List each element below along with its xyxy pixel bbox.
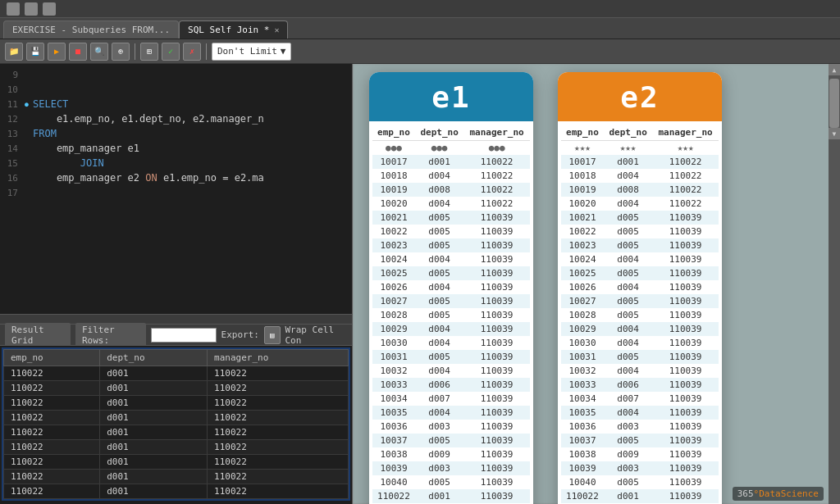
e1-body: emp_no dept_no manager_no ●●● ●●● ●●● 10… <box>369 121 533 504</box>
table-row: 10038d009110039 <box>372 447 530 461</box>
folder-btn[interactable]: 📁 <box>5 43 23 61</box>
table-row: 10022d005110039 <box>372 225 530 238</box>
table-row: 10018d004110022 <box>561 169 719 183</box>
dropdown-arrow-icon: ▼ <box>281 46 286 57</box>
e1-col-dept-no: dept_no <box>415 125 463 141</box>
scroll-up-icon[interactable]: ▲ <box>829 64 840 75</box>
table-row: 110022d001110022 <box>4 411 349 425</box>
filter-rows-tab[interactable]: Filter Rows: <box>75 323 146 347</box>
table-row: 110022d001110039 <box>561 489 719 503</box>
result-highlight-box: emp_no dept_no manager_no 110022d0011100… <box>2 347 350 501</box>
code-editor[interactable]: 9 10 11 ● SELECT 12 e1.emp_no, e1.dept_n… <box>0 64 352 314</box>
table-row: 110022d001110022 <box>4 484 349 499</box>
table-row: 10020d004110022 <box>561 197 719 211</box>
code-line-9: 9 <box>0 67 352 82</box>
table-row: 10027d005110039 <box>561 294 719 308</box>
left-panel: 9 10 11 ● SELECT 12 e1.emp_no, e1.dept_n… <box>0 64 353 504</box>
table-row: 10028d005110039 <box>561 308 719 322</box>
table-row: 10025d005110039 <box>561 266 719 280</box>
result-grid-tab[interactable]: Result Grid <box>5 323 71 347</box>
separator-1 <box>135 43 135 60</box>
e1-dots-row: ●●● ●●● ●●● <box>372 141 530 156</box>
table-row: 110022d001110022 <box>4 455 349 470</box>
table-row: 10030d004110039 <box>561 336 719 350</box>
e1-header: e1 <box>369 72 533 121</box>
table-row: 10033d006110039 <box>561 378 719 392</box>
tab-exercise-label: EXERCISE - Subqueries FROM... <box>12 25 170 35</box>
table-row: 10026d004110039 <box>372 280 530 294</box>
table-row: 10036d003110039 <box>561 420 719 434</box>
table-row: 10024d004110039 <box>561 252 719 266</box>
brand-number: 365 <box>737 488 754 499</box>
search-btn[interactable]: 🔍 <box>90 43 108 61</box>
table-row: 10040d005110039 <box>561 475 719 489</box>
x-btn[interactable]: ✗ <box>183 43 201 61</box>
app-icon-3 <box>43 2 56 16</box>
right-scrollbar[interactable]: ▲ ▼ <box>829 64 840 504</box>
table-row: 10039d003110039 <box>561 461 719 475</box>
table-row: 110022d001110022 <box>4 425 349 440</box>
table-row: 10031d005110039 <box>561 350 719 364</box>
e1-label: e1 <box>431 80 470 114</box>
table-row: 110022d001110022 <box>4 470 349 484</box>
result-toolbar: Result Grid Filter Rows: Export: ▤ Wrap … <box>0 325 352 346</box>
grid-btn[interactable]: ⊞ <box>140 43 158 61</box>
tab-close-icon[interactable]: ✕ <box>274 25 279 34</box>
scroll-thumb[interactable] <box>829 79 839 128</box>
stop-btn[interactable]: ■ <box>69 43 87 61</box>
code-line-14: 14 emp_manager e1 <box>0 141 352 156</box>
table-row: 10032d004110039 <box>561 364 719 378</box>
tab-exercise[interactable]: EXERCISE - Subqueries FROM... <box>3 20 179 39</box>
e2-header: e2 <box>558 72 722 121</box>
code-line-16: 16 emp_manager e2 ON e1.emp_no = e2.ma <box>0 170 352 185</box>
table-row: 10034d007110039 <box>372 392 530 406</box>
limit-dropdown[interactable]: Don't Limit ▼ <box>212 43 291 61</box>
tab-self-join[interactable]: SQL Self Join * ✕ <box>179 20 288 39</box>
table-row: 110022d001110039 <box>372 489 530 503</box>
brand-name: °DataScience <box>754 488 819 499</box>
toolbar: 📁 💾 ▶ ■ 🔍 ⊕ ⊞ ✓ ✗ Don't Limit ▼ <box>0 39 840 64</box>
wrap-label: Wrap Cell Con <box>285 325 348 346</box>
export-label: Export: <box>221 329 259 340</box>
table-row: 10029d004110039 <box>372 322 530 336</box>
filter-input[interactable] <box>151 328 217 343</box>
table-row: 10033d006110039 <box>372 378 530 392</box>
table-row: 10019d008110022 <box>372 183 530 197</box>
code-line-12: 12 e1.emp_no, e1.dept_no, e2.manager_n <box>0 111 352 126</box>
magnify-btn[interactable]: ⊕ <box>112 43 130 61</box>
table-row: 10019d008110022 <box>561 183 719 197</box>
e1-table: emp_no dept_no manager_no ●●● ●●● ●●● 10… <box>372 125 530 504</box>
result-table-container: emp_no dept_no manager_no 110022d0011100… <box>0 346 352 504</box>
scroll-down-icon[interactable]: ▼ <box>829 128 840 139</box>
e2-col-dept-no: dept_no <box>604 125 652 141</box>
check-btn[interactable]: ✓ <box>162 43 180 61</box>
e2-label: e2 <box>620 80 659 114</box>
table-row: 10026d004110039 <box>561 280 719 294</box>
table-row: 10022d005110039 <box>561 225 719 238</box>
table-row: 110022d001110022 <box>4 366 349 381</box>
table-row: 10021d005110039 <box>561 211 719 225</box>
e2-col-manager-no: manager_no <box>652 125 719 141</box>
table-row: 10038d009110039 <box>561 447 719 461</box>
e2-table: emp_no dept_no manager_no ★★★ ★★★ ★★★ 10… <box>561 125 719 504</box>
table-row: 10032d004110039 <box>372 364 530 378</box>
code-line-10: 10 <box>0 82 352 97</box>
code-line-17: 17 <box>0 185 352 200</box>
table-row: 10037d005110039 <box>561 434 719 447</box>
table-row: 10020d004110022 <box>372 197 530 211</box>
table-row: 10029d004110039 <box>561 322 719 336</box>
table-row: 10035d004110039 <box>372 406 530 420</box>
e2-body: emp_no dept_no manager_no ★★★ ★★★ ★★★ 10… <box>558 121 722 504</box>
table-row: 10025d005110039 <box>372 266 530 280</box>
main-content: 9 10 11 ● SELECT 12 e1.emp_no, e1.dept_n… <box>0 64 840 504</box>
table-row: 10027d005110039 <box>372 294 530 308</box>
brand-tag: 365°DataScience <box>733 487 824 501</box>
table-row: 10018d004110022 <box>372 169 530 183</box>
table-row: 10034d007110039 <box>561 392 719 406</box>
table-row: 10040d005110039 <box>372 475 530 489</box>
run-btn[interactable]: ▶ <box>48 43 66 61</box>
separator-2 <box>206 43 207 60</box>
table-row: 110022d001110022 <box>4 440 349 455</box>
export-btn[interactable]: ▤ <box>264 326 281 344</box>
save-btn[interactable]: 💾 <box>26 43 44 61</box>
